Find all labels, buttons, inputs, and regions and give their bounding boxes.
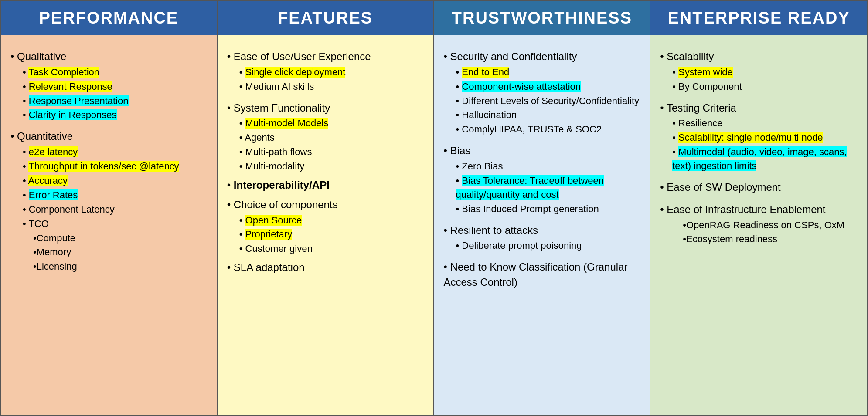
bias-heading: Bias bbox=[444, 143, 641, 159]
sla-adaptation: SLA adaptation bbox=[227, 260, 425, 275]
customer-given: Customer given bbox=[239, 242, 425, 256]
ease-sw-deployment-heading: Ease of SW Deployment bbox=[660, 180, 858, 195]
compute: Compute bbox=[33, 231, 208, 245]
interoperability-bold: Interoperability/API bbox=[234, 179, 330, 191]
choice-of-components-heading: Choice of components bbox=[227, 197, 425, 213]
component-wise-attestation: Component-wise attestation bbox=[456, 80, 641, 94]
accuracy: Accuracy bbox=[23, 174, 208, 188]
relevant-response-hl: Relevant Response bbox=[29, 81, 112, 92]
performance-body: Qualitative Task Completion Relevant Res… bbox=[1, 35, 217, 415]
response-presentation: Response Presentation bbox=[23, 94, 208, 108]
scalability-heading: Scalability bbox=[660, 49, 858, 64]
end-to-end: End to End bbox=[456, 65, 641, 79]
clarity-in-responses: Clarity in Responses bbox=[23, 108, 208, 122]
security-confidentiality-heading: Security and Confidentiality bbox=[444, 49, 641, 64]
end-to-end-hl: End to End bbox=[462, 67, 509, 78]
relevant-response: Relevant Response bbox=[23, 80, 208, 94]
trustworthiness-column: Trustworthiness Security and Confidentia… bbox=[434, 1, 651, 415]
testing-criteria-heading: Testing Criteria bbox=[660, 101, 858, 116]
agents: Agents bbox=[239, 131, 425, 145]
need-to-know-heading: Need to Know Classification (Granular Ac… bbox=[444, 260, 641, 290]
system-wide-hl: System wide bbox=[678, 67, 733, 78]
qualitative-heading: Qualitative bbox=[10, 49, 208, 64]
features-body: Ease of Use/User Experience Single click… bbox=[218, 35, 433, 415]
single-click-hl: Single click deployment bbox=[245, 67, 346, 78]
comply-hipaa: ComplyHIPAA, TRUSTe & SOC2 bbox=[456, 122, 641, 136]
openrag-readiness: OpenRAG Readiness on CSPs, OxM bbox=[683, 218, 858, 232]
proprietary-hl: Proprietary bbox=[245, 229, 293, 240]
task-completion-hl: Task Completion bbox=[28, 67, 99, 78]
resilience: Resilience bbox=[672, 116, 858, 130]
bias-induced: Bias Induced Prompt generation bbox=[456, 202, 641, 216]
open-source-hl: Open Source bbox=[245, 215, 302, 226]
ease-infra-heading: Ease of Infrastructure Enablement bbox=[660, 202, 858, 217]
licensing: Licensing bbox=[33, 260, 208, 274]
e2e-latency: e2e latency bbox=[23, 145, 208, 159]
performance-column: Performance Qualitative Task Completion … bbox=[1, 1, 218, 415]
multimodal-ingestion-hl: Multimodal (audio, video, image, scans, … bbox=[672, 146, 847, 171]
multi-model-hl: Multi-model Models bbox=[245, 118, 329, 129]
task-completion: Task Completion bbox=[23, 65, 208, 79]
error-rates-hl: Error Rates bbox=[29, 189, 78, 200]
by-component: By Component bbox=[672, 80, 858, 94]
quantitative-heading: Quantitative bbox=[10, 129, 208, 144]
ecosystem-readiness: Ecosystem readiness bbox=[683, 232, 858, 246]
trustworthiness-header: Trustworthiness bbox=[434, 1, 650, 35]
medium-ai-skills: Medium AI skills bbox=[239, 80, 425, 94]
features-header: Features bbox=[218, 1, 433, 35]
different-levels: Different Levels of Security/Confidentia… bbox=[456, 94, 641, 108]
performance-header: Performance bbox=[1, 1, 217, 35]
single-click-deployment: Single click deployment bbox=[239, 65, 425, 79]
throughput: Throughput in tokens/sec @latency bbox=[23, 159, 208, 173]
error-rates: Error Rates bbox=[23, 188, 208, 202]
features-column: Features Ease of Use/User Experience Sin… bbox=[218, 1, 434, 415]
e2e-latency-hl: e2e latency bbox=[29, 146, 78, 157]
scalability-single-node-hl: Scalability: single node/multi node bbox=[678, 132, 823, 143]
component-wise-hl: Component-wise attestation bbox=[462, 81, 581, 92]
tco: TCO bbox=[23, 217, 208, 231]
trustworthiness-body: Security and Confidentiality End to End … bbox=[434, 35, 650, 415]
bias-tolerance-hl: Bias Tolerance: Tradeoff between quality… bbox=[456, 175, 604, 200]
proprietary: Proprietary bbox=[239, 227, 425, 241]
enterprise-column: Enterprise Ready Scalability System wide… bbox=[650, 1, 867, 415]
interoperability-api: Interoperability/API bbox=[227, 178, 425, 193]
multi-model: Multi-model Models bbox=[239, 116, 425, 130]
hallucination: Hallucination bbox=[456, 108, 641, 122]
enterprise-body: Scalability System wide By Component Tes… bbox=[650, 35, 867, 415]
clarity-in-responses-hl: Clarity in Responses bbox=[29, 109, 117, 120]
multimodal-ingestion: Multimodal (audio, video, image, scans, … bbox=[672, 145, 858, 173]
component-latency: Component Latency bbox=[23, 203, 208, 216]
open-source: Open Source bbox=[239, 213, 425, 227]
deliberate-prompt-poisoning: Deliberate prompt poisoning bbox=[456, 239, 641, 253]
response-presentation-hl: Response Presentation bbox=[29, 95, 129, 106]
multi-modality: Multi-modality bbox=[239, 159, 425, 173]
ease-of-use-heading: Ease of Use/User Experience bbox=[227, 49, 425, 64]
throughput-hl: Throughput in tokens/sec @latency bbox=[28, 161, 179, 172]
accuracy-hl: Accuracy bbox=[28, 175, 68, 186]
scalability-single-node: Scalability: single node/multi node bbox=[672, 131, 858, 145]
system-functionality-heading: System Functionality bbox=[227, 101, 425, 116]
memory: Memory bbox=[33, 245, 208, 259]
system-wide: System wide bbox=[672, 65, 858, 79]
bias-tolerance: Bias Tolerance: Tradeoff between quality… bbox=[456, 174, 641, 202]
resilient-attacks-heading: Resilient to attacks bbox=[444, 223, 641, 238]
main-grid: Performance Qualitative Task Completion … bbox=[0, 0, 868, 416]
multi-path-flows: Multi-path flows bbox=[239, 145, 425, 159]
zero-bias: Zero Bias bbox=[456, 159, 641, 173]
enterprise-header: Enterprise Ready bbox=[650, 1, 867, 35]
